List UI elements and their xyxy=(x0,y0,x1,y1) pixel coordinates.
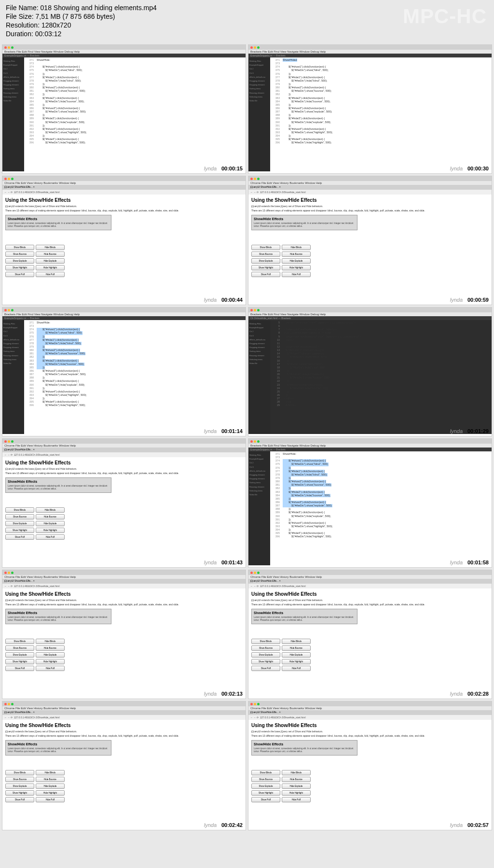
effect-button[interactable]: Hide Puff xyxy=(282,272,311,277)
effect-button[interactable]: Hide Bounce xyxy=(36,777,65,782)
effect-button[interactable]: Hide Puff xyxy=(282,797,311,802)
effect-button[interactable]: Hide Blinds xyxy=(36,245,65,250)
effect-button[interactable]: Hide Blinds xyxy=(282,770,311,775)
effect-button[interactable]: Show Bounce xyxy=(251,252,280,257)
tab-title: ExampleSnippets.txt — Brackets xyxy=(2,54,246,57)
effect-button[interactable]: Show Highlight xyxy=(5,790,34,796)
effect-button[interactable]: Show Puff xyxy=(5,534,34,540)
thumb-10: Chrome File Edit View History Bookmarks … xyxy=(248,570,492,699)
thumb-12: Chrome File Edit View History Bookmarks … xyxy=(248,701,492,830)
effect-button[interactable]: Show Puff xyxy=(5,797,34,802)
effect-button[interactable]: Hide Puff xyxy=(36,797,65,802)
effect-button[interactable]: Show Explode xyxy=(5,521,34,526)
thumb-7: Chrome File Edit View History Bookmarks … xyxy=(2,438,246,568)
effect-button[interactable]: Hide Explode xyxy=(36,652,65,658)
effect-button[interactable]: Show Highlight xyxy=(251,265,280,270)
effect-button[interactable]: Show Explode xyxy=(251,784,280,789)
thumb-5: Brackets File Edit Find View Navigate Wi… xyxy=(2,307,246,436)
effect-button[interactable]: Hide Highlight xyxy=(36,790,65,796)
effect-button[interactable]: Hide Highlight xyxy=(282,659,311,664)
thumb-6: Brackets File Edit Find View Navigate Wi… xyxy=(248,307,492,436)
effect-button[interactable]: Show Blinds xyxy=(5,639,34,644)
effect-button[interactable]: Hide Explode xyxy=(36,784,65,789)
effect-button[interactable]: Hide Explode xyxy=(282,784,311,789)
effect-button[interactable]: Show Puff xyxy=(251,797,280,802)
effect-button[interactable]: Show Bounce xyxy=(5,777,34,782)
effects-box: Show/Hide Effects Lorem ipsum dolor sit … xyxy=(5,215,111,230)
thumb-1: Brackets File Edit Find View Navigate Wi… xyxy=(2,44,246,174)
thumb-2: Brackets File Edit Find View Navigate Wi… xyxy=(248,44,492,174)
effect-button[interactable]: Hide Bounce xyxy=(36,514,65,519)
effect-button[interactable]: Show Highlight xyxy=(5,659,34,664)
page-title: Using the Show/Hide Effects xyxy=(5,197,243,203)
effect-button[interactable]: Hide Blinds xyxy=(36,770,65,775)
thumb-8: Brackets File Edit Find View Navigate Wi… xyxy=(248,438,492,568)
effect-button[interactable]: Hide Bounce xyxy=(282,777,311,782)
effect-button[interactable]: Hide Highlight xyxy=(282,265,311,270)
effect-button[interactable]: Hide Blinds xyxy=(282,639,311,644)
effect-button[interactable]: Show Bounce xyxy=(251,777,280,782)
timestamp: 00:00:15 xyxy=(221,166,243,171)
code-editor: 371Show/Hide:373374 $("#show1").click(fu… xyxy=(24,57,246,171)
effect-button[interactable]: Hide Puff xyxy=(282,666,311,671)
effect-button[interactable]: Hide Puff xyxy=(36,666,65,671)
effect-button[interactable]: Show Puff xyxy=(251,272,280,277)
thumb-11: Chrome File Edit View History Bookmarks … xyxy=(2,701,246,830)
effect-button[interactable]: Show Puff xyxy=(251,666,280,671)
effect-button[interactable]: Show Puff xyxy=(5,666,34,671)
effect-button[interactable]: Show Highlight xyxy=(251,659,280,664)
effect-button[interactable]: Show Bounce xyxy=(5,252,34,257)
effect-button[interactable]: Hide Highlight xyxy=(36,265,65,270)
effect-button[interactable]: Hide Bounce xyxy=(282,645,311,651)
thumb-3: Chrome File Edit View History Bookmarks … xyxy=(2,176,246,305)
effect-button[interactable]: Show Bounce xyxy=(5,645,34,651)
mpc-watermark: MPC-HC xyxy=(403,5,487,28)
effect-button[interactable]: Show Highlight xyxy=(5,265,34,270)
effect-button[interactable]: Show Highlight xyxy=(5,528,34,533)
effect-button[interactable]: Show Bounce xyxy=(251,645,280,651)
effect-button[interactable]: Hide Blinds xyxy=(36,639,65,644)
thumb-9: Chrome File Edit View History Bookmarks … xyxy=(2,570,246,699)
url-bar: ← → ⟳127.0.0.1:49163/Ch 3/Showhide_start… xyxy=(2,190,246,195)
effect-button[interactable]: Hide Blinds xyxy=(36,507,65,513)
effect-button[interactable]: Hide Bounce xyxy=(282,252,311,257)
effect-button[interactable]: Hide Puff xyxy=(36,534,65,540)
effect-button[interactable]: Hide Highlight xyxy=(282,790,311,796)
effect-button[interactable]: Hide Bounce xyxy=(36,252,65,257)
effect-button[interactable]: Show Bounce xyxy=(5,514,34,519)
effect-button[interactable]: Hide Explode xyxy=(36,258,65,264)
effect-button[interactable]: Show Blinds xyxy=(5,245,34,250)
effect-button[interactable]: Show Blinds xyxy=(5,770,34,775)
thumbnail-grid: Brackets File Edit Find View Navigate Wi… xyxy=(0,42,494,832)
thumb-4: Chrome File Edit View History Bookmarks … xyxy=(248,176,492,305)
effect-button[interactable]: Hide Highlight xyxy=(36,528,65,533)
effect-button[interactable]: Show Explode xyxy=(251,258,280,264)
effect-button[interactable]: Show Explode xyxy=(5,258,34,264)
effect-button[interactable]: Show Puff xyxy=(5,272,34,277)
effect-button[interactable]: Show Highlight xyxy=(251,790,280,796)
effect-button[interactable]: Hide Puff xyxy=(36,272,65,277)
effect-button[interactable]: Show Blinds xyxy=(251,245,280,250)
effect-button[interactable]: Hide Highlight xyxy=(36,659,65,664)
effect-button[interactable]: Show Explode xyxy=(5,784,34,789)
effect-button[interactable]: Show Explode xyxy=(5,652,34,658)
lynda-watermark: lynda xyxy=(204,166,217,171)
effect-button[interactable]: Hide Explode xyxy=(36,521,65,526)
effect-button[interactable]: Show Explode xyxy=(251,652,280,658)
menubar: Brackets File Edit Find View Navigate Wi… xyxy=(2,50,246,54)
effect-button[interactable]: Hide Explode xyxy=(282,652,311,658)
effect-button[interactable]: Show Blinds xyxy=(251,770,280,775)
effect-button[interactable]: Hide Explode xyxy=(282,258,311,264)
effect-button[interactable]: Show Blinds xyxy=(5,507,34,513)
file-info-header: File Name: 018 Showing and hiding elemen… xyxy=(0,0,494,42)
effect-button[interactable]: Show Blinds xyxy=(251,639,280,644)
effect-button[interactable]: Hide Blinds xyxy=(282,245,311,250)
brackets-sidebar: Working FilesExampleSnippetCh 2Ch 3effec… xyxy=(2,57,24,171)
effect-button[interactable]: Hide Bounce xyxy=(36,645,65,651)
